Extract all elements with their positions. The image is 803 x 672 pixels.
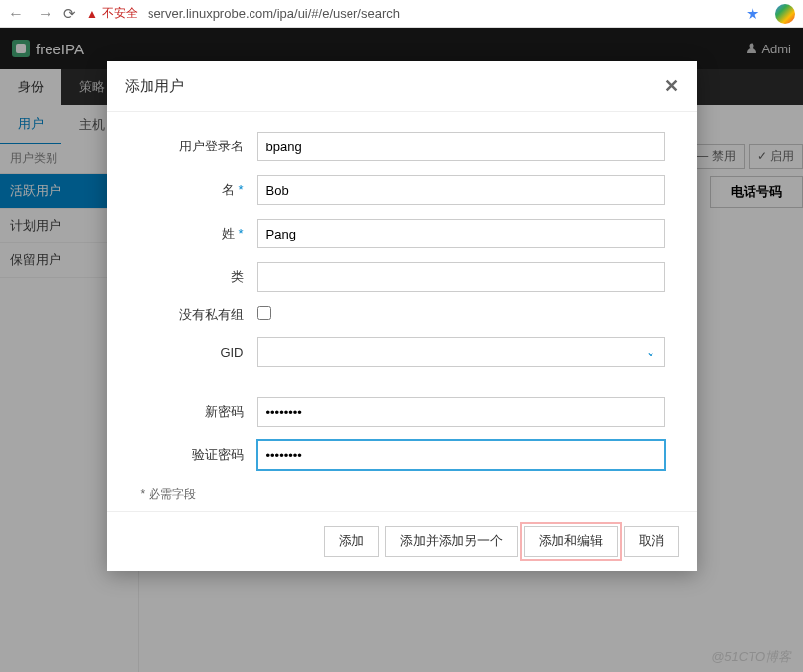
url-text[interactable]: server.linuxprobe.com/ipa/ui/#/e/user/se… (148, 6, 400, 21)
browser-address-bar: ← → ⟳ ▲ 不安全 server.linuxprobe.com/ipa/ui… (0, 0, 803, 28)
label-gid: GID (139, 345, 257, 360)
label-login: 用户登录名 (139, 138, 257, 155)
firstname-input[interactable] (257, 175, 665, 205)
modal-title: 添加用户 (125, 77, 184, 96)
required-note: * 必需字段 (139, 486, 665, 503)
gid-select[interactable] (257, 337, 665, 367)
label-first: 名* (139, 181, 257, 199)
lastname-input[interactable] (257, 219, 665, 248)
add-another-button[interactable]: 添加并添加另一个 (385, 526, 518, 557)
label-newpass: 新密码 (139, 403, 257, 421)
label-class: 类 (139, 268, 257, 286)
insecure-badge: ▲ 不安全 (86, 5, 138, 22)
close-icon[interactable]: ✕ (664, 75, 679, 97)
label-last: 姓* (139, 225, 257, 242)
modal-backdrop: 添加用户 ✕ 用户登录名 名* 姓* 类 没有私有组 (0, 28, 803, 672)
class-input[interactable] (257, 262, 665, 292)
extension-icon[interactable] (775, 4, 795, 24)
nav-back-icon[interactable]: ← (8, 5, 24, 23)
insecure-label: 不安全 (102, 5, 138, 22)
nav-forward-icon[interactable]: → (38, 5, 53, 23)
reload-icon[interactable]: ⟳ (63, 5, 76, 23)
label-noprivate: 没有私有组 (139, 306, 257, 324)
login-input[interactable] (257, 132, 665, 161)
cancel-button[interactable]: 取消 (624, 526, 679, 557)
bookmark-star-icon[interactable]: ★ (746, 4, 759, 23)
label-verifypass: 验证密码 (139, 446, 257, 464)
add-edit-button[interactable]: 添加和编辑 (524, 526, 618, 557)
warning-icon: ▲ (86, 7, 98, 21)
add-button[interactable]: 添加 (324, 526, 379, 557)
noprivate-checkbox[interactable] (257, 306, 271, 320)
add-user-modal: 添加用户 ✕ 用户登录名 名* 姓* 类 没有私有组 (107, 61, 697, 571)
verifypassword-input[interactable] (257, 440, 665, 470)
newpassword-input[interactable] (257, 397, 665, 427)
watermark: @51CTO博客 (711, 648, 791, 666)
